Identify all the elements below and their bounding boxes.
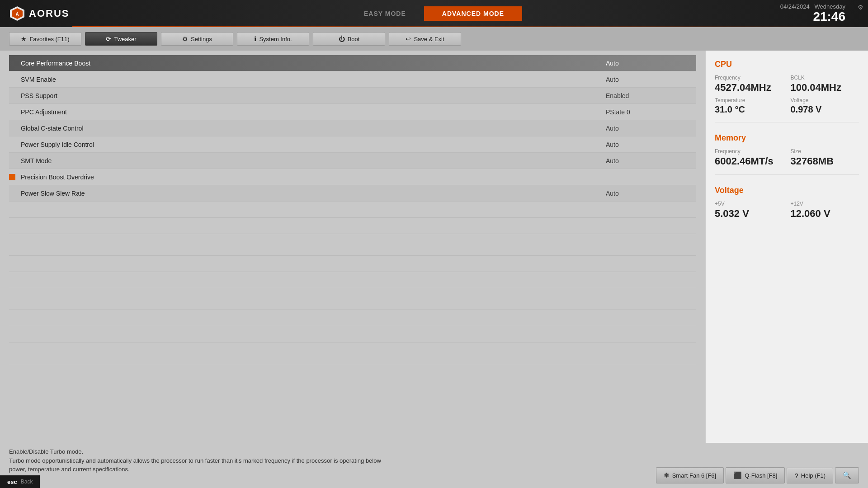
svg-text:A: A <box>15 12 19 17</box>
bottom-bar: Enable/Disable Turbo mode. Turbo mode op… <box>0 443 868 488</box>
memory-frequency-item: Frequency 6002.46MT/s <box>715 148 783 167</box>
memory-section: Memory Frequency 6002.46MT/s Size 32768M… <box>715 133 859 175</box>
setting-value: Auto <box>606 157 696 164</box>
cpu-frequency-label: Frequency <box>715 75 783 81</box>
settings-button[interactable]: ⚙ Settings <box>161 32 233 46</box>
qflash-button[interactable]: ⬛ Q-Flash [F8] <box>726 467 785 483</box>
plus5v-item: +5V 5.032 V <box>715 201 783 220</box>
easy-mode-button[interactable]: EASY MODE <box>346 6 424 21</box>
empty-row-6 <box>9 288 696 310</box>
settings-gear-icon[interactable]: ⚙ <box>858 4 863 11</box>
help-button[interactable]: ? Help (F1) <box>787 468 833 483</box>
row-indicator <box>9 174 15 180</box>
cpu-bclk-value: 100.04MHz <box>791 82 859 94</box>
setting-value: PState 0 <box>606 108 696 116</box>
memory-size-label: Size <box>791 148 859 155</box>
settings-panel: Core Performance BoostAutoSVM EnableAuto… <box>0 51 705 443</box>
row-indicator <box>9 109 15 115</box>
memory-frequency-label: Frequency <box>715 148 783 155</box>
bottom-buttons: ❄ Smart Fan 6 [F6] ⬛ Q-Flash [F8] ? Help… <box>647 467 868 483</box>
voltage-grid: +5V 5.032 V +12V 12.060 V <box>715 201 859 220</box>
cpu-temp-item: Temperature 31.0 °C <box>715 97 783 115</box>
tweaker-icon: ⟳ <box>106 35 111 42</box>
plus5v-value: 5.032 V <box>715 208 783 220</box>
empty-row-2 <box>9 218 696 234</box>
empty-row-7 <box>9 310 696 326</box>
row-indicator <box>9 93 15 99</box>
esc-label[interactable]: esc <box>7 479 17 485</box>
empty-row-1 <box>9 202 696 218</box>
memory-frequency-value: 6002.46MT/s <box>715 155 783 167</box>
tweaker-button[interactable]: ⟳ Tweaker <box>85 32 157 46</box>
settings-row[interactable]: SVM EnableAuto <box>9 71 696 88</box>
system-info-button[interactable]: ℹ System Info. <box>237 32 309 46</box>
settings-row[interactable]: Power Slow Slew RateAuto <box>9 185 696 202</box>
setting-name: SVM Enable <box>19 76 606 83</box>
setting-name: Power Supply Idle Control <box>19 141 606 148</box>
logo: A AORUS <box>9 5 69 22</box>
empty-row-5 <box>9 272 696 288</box>
cpu-frequency-item: Frequency 4527.04MHz <box>715 75 783 94</box>
row-indicator <box>9 141 15 148</box>
setting-value: Auto <box>606 141 696 148</box>
row-indicator <box>9 76 15 83</box>
row-indicator <box>9 158 15 164</box>
memory-size-value: 32768MB <box>791 155 859 167</box>
empty-row-8 <box>9 326 696 343</box>
cpu-voltage-item: Voltage 0.978 V <box>791 97 859 115</box>
settings-row[interactable]: Global C-state ControlAuto <box>9 120 696 136</box>
main-layout: Core Performance BoostAutoSVM EnableAuto… <box>0 51 868 443</box>
settings-row[interactable]: PPC AdjustmentPState 0 <box>9 104 696 120</box>
esc-sub-label: Back <box>21 479 33 485</box>
plus5v-label: +5V <box>715 201 783 207</box>
advanced-mode-button[interactable]: ADVANCED MODE <box>424 6 522 21</box>
save-exit-button[interactable]: ↩ Save & Exit <box>389 32 461 46</box>
logo-text: AORUS <box>29 8 69 19</box>
settings-row[interactable]: PSS SupportEnabled <box>9 88 696 104</box>
cpu-temp-value: 31.0 °C <box>715 104 783 115</box>
empty-row-3 <box>9 234 696 256</box>
smart-fan-button[interactable]: ❄ Smart Fan 6 [F6] <box>656 467 724 483</box>
time-display: 21:46 <box>780 10 845 24</box>
boot-button[interactable]: ⏻ Boot <box>313 32 385 46</box>
header-decoration <box>72 26 868 27</box>
setting-value: Auto <box>606 76 696 83</box>
settings-row[interactable]: Power Supply Idle ControlAuto <box>9 136 696 153</box>
memory-title: Memory <box>715 133 859 143</box>
setting-name: PSS Support <box>19 92 606 99</box>
settings-row[interactable]: Core Performance BoostAuto <box>9 55 696 71</box>
cpu-voltage-value: 0.978 V <box>791 104 859 115</box>
row-indicator <box>9 190 15 197</box>
setting-value: Auto <box>606 190 696 197</box>
setting-name: Core Performance Boost <box>19 60 606 67</box>
setting-name: Power Slow Slew Rate <box>19 190 606 197</box>
search-icon: 🔍 <box>843 471 851 479</box>
setting-value: Enabled <box>606 92 696 99</box>
voltage-section: Voltage +5V 5.032 V +12V 12.060 V <box>715 186 859 227</box>
empty-row-4 <box>9 256 696 272</box>
settings-row[interactable]: SMT ModeAuto <box>9 153 696 169</box>
flash-icon: ⬛ <box>733 471 742 479</box>
setting-value: Auto <box>606 125 696 132</box>
settings-icon: ⚙ <box>182 35 188 42</box>
info-icon: ℹ <box>254 35 256 42</box>
cpu-temp-label: Temperature <box>715 97 783 103</box>
fan-icon: ❄ <box>664 471 670 479</box>
row-indicator <box>9 125 15 131</box>
setting-name: Precision Boost Overdrive <box>19 174 606 181</box>
cpu-section: CPU Frequency 4527.04MHz BCLK 100.04MHz … <box>715 60 859 122</box>
cpu-bclk-label: BCLK <box>791 75 859 81</box>
setting-name: Global C-state Control <box>19 125 606 132</box>
settings-row[interactable]: Precision Boost Overdrive <box>9 169 696 185</box>
mode-buttons: EASY MODE ADVANCED MODE <box>346 6 522 21</box>
voltage-title: Voltage <box>715 186 859 195</box>
favorites-icon: ★ <box>21 35 27 42</box>
plus12v-item: +12V 12.060 V <box>791 201 859 220</box>
setting-name: SMT Mode <box>19 157 606 164</box>
favorites-button[interactable]: ★ Favorites (F11) <box>9 32 81 46</box>
cpu-title: CPU <box>715 60 859 69</box>
search-button[interactable]: 🔍 <box>835 467 859 483</box>
setting-name: PPC Adjustment <box>19 108 606 116</box>
esc-bar: esc Back <box>0 475 40 488</box>
memory-grid: Frequency 6002.46MT/s Size 32768MB <box>715 148 859 167</box>
